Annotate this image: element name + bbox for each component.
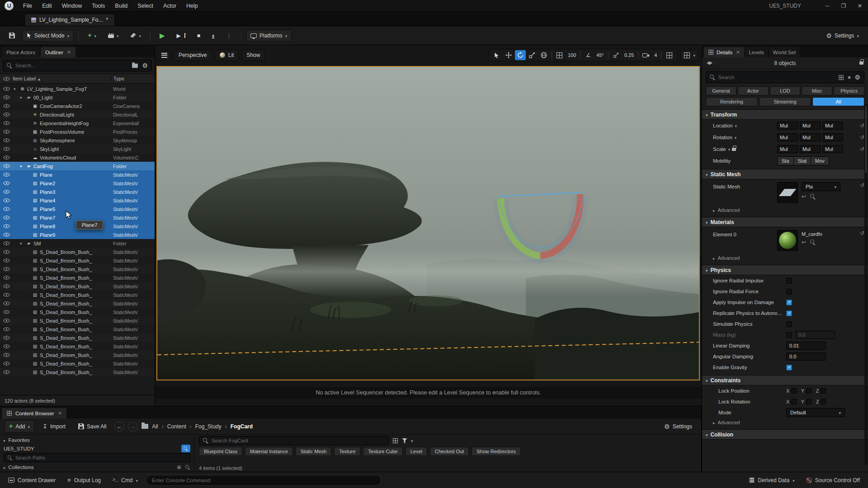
- scale-tool[interactable]: [527, 50, 538, 60]
- expander-arrow-icon[interactable]: ▾: [20, 164, 25, 169]
- checkbox[interactable]: [821, 399, 826, 404]
- checkbox[interactable]: [821, 388, 826, 394]
- value-y[interactable]: Mul: [800, 122, 821, 130]
- paths-search-input[interactable]: [15, 455, 187, 460]
- back-button[interactable]: ←: [114, 422, 124, 432]
- outliner-row[interactable]: ☁ VolumetricCloud VolumetricC: [0, 153, 155, 162]
- material-thumbnail[interactable]: [777, 230, 798, 251]
- section-constraints[interactable]: Constraints: [702, 375, 868, 385]
- visibility-eye-icon[interactable]: [0, 327, 13, 332]
- visibility-column-icon[interactable]: [0, 76, 13, 81]
- checkbox[interactable]: [806, 388, 811, 394]
- add-blueprint-dropdown[interactable]: [83, 29, 101, 42]
- grid-snap-toggle[interactable]: [554, 50, 565, 60]
- expander-arrow-icon[interactable]: ▾: [20, 95, 25, 100]
- camera-speed-button[interactable]: [641, 50, 651, 60]
- play-button[interactable]: ▶: [155, 29, 170, 42]
- visibility-eye-icon[interactable]: [0, 206, 13, 211]
- tab-details[interactable]: Details ✕: [704, 47, 744, 57]
- visibility-eye-icon[interactable]: [0, 267, 13, 272]
- value-y[interactable]: Mul: [800, 145, 821, 153]
- revert-icon[interactable]: ↺: [860, 146, 864, 152]
- section-transform[interactable]: Transform: [702, 109, 868, 120]
- outliner-row[interactable]: ▧ Plane5 StaticMesh/: [0, 205, 155, 213]
- viewport-layout-button[interactable]: [680, 49, 699, 61]
- add-button[interactable]: Add: [5, 420, 34, 432]
- visibility-eye-icon[interactable]: [0, 138, 13, 143]
- checkbox[interactable]: [786, 365, 792, 371]
- section-physics[interactable]: Physics: [702, 265, 868, 275]
- outliner-row[interactable]: ▧ S_Dead_Broom_Bush_ StaticMesh/: [0, 359, 155, 368]
- value-x[interactable]: Mul: [777, 133, 798, 141]
- outliner-row[interactable]: ▧ S_Dead_Broom_Bush_ StaticMesh/: [0, 273, 155, 282]
- visibility-eye-icon[interactable]: [0, 198, 13, 203]
- source-control-button[interactable]: Source Control Off: [803, 475, 863, 485]
- select-tool[interactable]: [491, 50, 502, 60]
- paths-search[interactable]: [4, 453, 190, 462]
- filter-chip[interactable]: Texture Cube: [363, 447, 402, 456]
- visibility-eye-icon[interactable]: [0, 95, 13, 100]
- number-field[interactable]: 0.01: [786, 342, 826, 350]
- play-options-button[interactable]: ⋮: [222, 29, 236, 42]
- unreal-logo-icon[interactable]: U: [5, 1, 14, 10]
- visibility-eye-icon[interactable]: [0, 370, 13, 375]
- mode-select[interactable]: Default: [786, 408, 845, 417]
- console-command-field[interactable]: [146, 475, 381, 486]
- scale-lock-icon[interactable]: [732, 148, 736, 151]
- tab-content-browser[interactable]: Content Browser ✕: [2, 408, 66, 418]
- outliner-row[interactable]: ▣ CineCameraActor2 CineCamera: [0, 102, 155, 110]
- filter-tab[interactable]: Physics: [834, 86, 864, 95]
- breadcrumb-item[interactable]: Fog_Study: [186, 423, 222, 430]
- expander-arrow-icon[interactable]: ▾: [14, 87, 19, 91]
- outliner-row[interactable]: ☼ SkyLight SkyLight: [0, 145, 155, 153]
- minimize-icon[interactable]: ─: [819, 0, 835, 11]
- menu-item[interactable]: Select: [132, 0, 158, 11]
- frame-skip-button[interactable]: ▶: [172, 30, 190, 42]
- outliner-row[interactable]: ▧ Plane3 StaticMesh/: [0, 188, 155, 196]
- scrollbar-thumb[interactable]: [865, 106, 867, 174]
- outliner-row[interactable]: ▾ ▰ 00_Light Folder: [0, 93, 155, 102]
- checkbox[interactable]: [806, 399, 811, 404]
- visibility-eye-icon[interactable]: [0, 318, 13, 323]
- asset-search-input[interactable]: [212, 438, 385, 443]
- mobility-movable[interactable]: Mov: [811, 157, 829, 165]
- section-collision[interactable]: Collision: [702, 429, 868, 440]
- checkbox[interactable]: [786, 310, 792, 316]
- checkbox[interactable]: [791, 388, 797, 394]
- save-button[interactable]: [5, 30, 19, 41]
- cinematics-dropdown[interactable]: [104, 30, 123, 42]
- stop-button[interactable]: ■: [193, 30, 205, 42]
- filter-chip[interactable]: Level: [406, 447, 427, 456]
- outliner-row[interactable]: ▧ S_Dead_Broom_Bush_ StaticMesh/: [0, 265, 155, 273]
- outliner-row[interactable]: ▾ ▰ SM Folder: [0, 239, 155, 248]
- outliner-row[interactable]: ☀ DirectionalLight DirectionalL: [0, 110, 155, 119]
- filter-funnel-icon[interactable]: [402, 438, 407, 443]
- menu-item[interactable]: Build: [110, 0, 132, 11]
- filter-chip[interactable]: Show Redirectors: [472, 447, 521, 456]
- section-static-mesh[interactable]: Static Mesh: [702, 169, 868, 179]
- content-settings-button[interactable]: Settings: [660, 420, 697, 433]
- visibility-eye-icon[interactable]: [0, 103, 13, 108]
- maximize-icon[interactable]: ❐: [835, 0, 852, 11]
- lock-icon[interactable]: [859, 61, 863, 65]
- revert-icon[interactable]: ↺: [860, 134, 864, 141]
- visibility-eye-icon[interactable]: [0, 292, 13, 297]
- value-x[interactable]: Mul: [777, 145, 798, 153]
- project-root-item[interactable]: UE5_STUDY: [4, 445, 190, 452]
- new-folder-icon[interactable]: [132, 63, 138, 67]
- revert-icon[interactable]: ↺: [860, 182, 864, 188]
- outliner-row[interactable]: ▧ S_Dead_Broom_Bush_ StaticMesh/: [0, 316, 155, 325]
- editor-modes-dropdown[interactable]: [126, 30, 146, 42]
- static-mesh-select[interactable]: Pla: [802, 182, 840, 191]
- value-y[interactable]: Mul: [800, 133, 821, 141]
- settings-dropdown[interactable]: Settings: [822, 29, 863, 42]
- view-grid-button[interactable]: [664, 50, 675, 60]
- details-scrollbar[interactable]: [864, 104, 868, 465]
- world-space-toggle[interactable]: [538, 50, 549, 60]
- details-search[interactable]: ★: [706, 71, 864, 83]
- path-filter-toggle[interactable]: [181, 445, 190, 452]
- tab-levels[interactable]: Levels: [745, 47, 768, 57]
- visibility-eye-icon[interactable]: [0, 146, 13, 151]
- breadcrumb-item[interactable]: All: [152, 423, 158, 430]
- favorites-item[interactable]: Favorites: [4, 436, 190, 444]
